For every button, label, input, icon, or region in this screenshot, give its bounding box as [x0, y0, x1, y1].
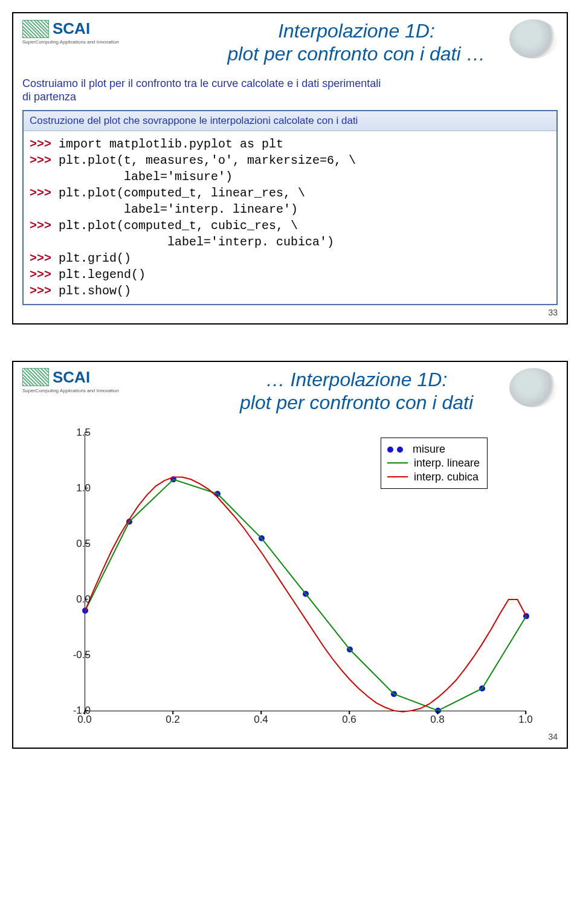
slide-title: … Interpolazione 1D: plot per confronto …: [155, 368, 558, 415]
logo-block: SCAI SuperComputing Applications and Inn…: [22, 368, 155, 393]
slide-33: SCAI SuperComputing Applications and Inn…: [12, 12, 568, 325]
code-l3a: plt.plot(computed_t, linear_res, \: [59, 186, 305, 200]
prompt: >>>: [30, 186, 51, 200]
code-l3b: label='interp. lineare'): [59, 202, 298, 216]
code-header: Costruzione del plot che sovrappone le i…: [24, 111, 556, 131]
title-line1: Interpolazione 1D:: [278, 20, 435, 42]
logo-top: SCAI: [22, 19, 90, 38]
legend-cubica: interp. cubica: [387, 471, 480, 483]
prompt: >>>: [30, 153, 51, 167]
legend-label-lineare: interp. lineare: [414, 457, 480, 470]
prompt: >>>: [30, 268, 51, 282]
code-l5: plt.grid(): [59, 251, 131, 265]
xtick-label: 0.8: [430, 714, 445, 726]
data-point: [82, 607, 88, 613]
code-l2a: plt.plot(t, measures,'o', markersize=6, …: [59, 153, 356, 167]
legend-line-icon: [387, 462, 408, 464]
legend-misure: misure: [387, 443, 480, 456]
cineca-logo: [22, 20, 49, 38]
code-l4a: plt.plot(computed_t, cubic_res, \: [59, 219, 298, 233]
slide-header: SCAI SuperComputing Applications and Inn…: [22, 19, 558, 66]
code-l2b: label='misure'): [59, 170, 233, 184]
code-body: >>> import matplotlib.pyplot as plt >>> …: [24, 131, 556, 304]
xtick-label: 1.0: [518, 714, 533, 726]
xtick-label: 0.4: [254, 714, 268, 726]
prompt: >>>: [30, 137, 51, 151]
prompt: >>>: [30, 251, 51, 265]
logo-subtitle: SuperComputing Applications and Innovati…: [22, 39, 119, 45]
slide-title: Interpolazione 1D: plot per confronto co…: [155, 19, 558, 66]
prompt: >>>: [30, 284, 51, 298]
chart-wrap: misure interp. lineare interp. cubica -1…: [42, 427, 538, 729]
decor-icon: [509, 19, 558, 59]
legend: misure interp. lineare interp. cubica: [381, 438, 488, 489]
xtick-label: 0.6: [342, 714, 356, 726]
code-l7: plt.show(): [59, 284, 131, 298]
chart: misure interp. lineare interp. cubica -1…: [42, 427, 538, 729]
code-l6: plt.legend(): [59, 268, 146, 282]
xtick-label: 0.2: [166, 714, 180, 726]
logo-top: SCAI: [22, 368, 90, 387]
slide-34: SCAI SuperComputing Applications and Inn…: [12, 361, 568, 749]
prompt: >>>: [30, 219, 51, 233]
code-l1: import matplotlib.pyplot as plt: [59, 137, 283, 151]
page-number: 34: [22, 732, 558, 741]
legend-line-icon: [387, 476, 408, 477]
intro-l1: Costruiamo il plot per il confronto tra …: [22, 77, 381, 89]
code-l4b: label='interp. cubica'): [59, 235, 334, 249]
scai-logo-text: SCAI: [53, 368, 90, 387]
legend-label-cubica: interp. cubica: [414, 471, 478, 483]
title-line2: plot per confronto con i dati: [240, 392, 473, 413]
intro-l2: di partenza: [22, 91, 76, 103]
xtick-label: 0.0: [77, 714, 92, 726]
intro-text: Costruiamo il plot per il confronto tra …: [22, 77, 558, 104]
decor-icon: [509, 368, 558, 407]
cineca-logo: [22, 368, 49, 386]
logo-subtitle: SuperComputing Applications and Innovati…: [22, 388, 119, 393]
legend-label-misure: misure: [413, 443, 445, 456]
logo-block: SCAI SuperComputing Applications and Inn…: [22, 19, 155, 45]
title-line2: plot per confronto con i dati …: [228, 43, 486, 65]
scai-logo-text: SCAI: [53, 19, 90, 38]
page-number: 33: [22, 308, 558, 317]
slide-header: SCAI SuperComputing Applications and Inn…: [22, 368, 558, 415]
legend-marker-icon: [387, 443, 407, 456]
title-line1: … Interpolazione 1D:: [266, 369, 448, 390]
code-box: Costruzione del plot che sovrappone le i…: [22, 110, 558, 305]
legend-lineare: interp. lineare: [387, 457, 480, 470]
